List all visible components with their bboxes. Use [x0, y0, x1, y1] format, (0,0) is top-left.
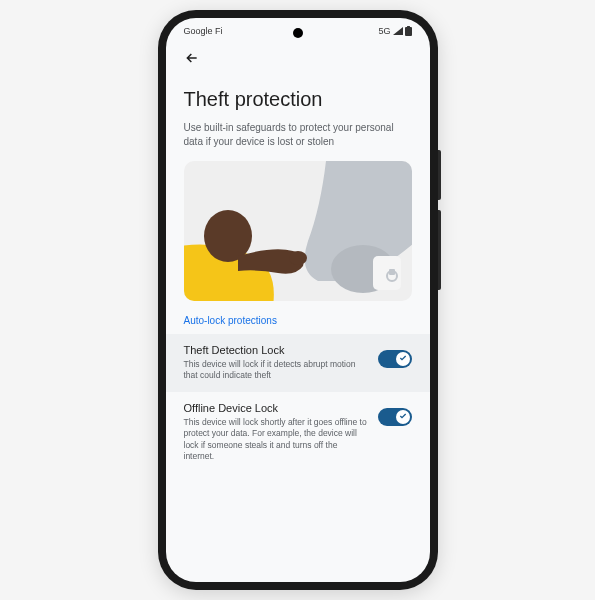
setting-offline-device-lock[interactable]: Offline Device Lock This device will loc…: [184, 392, 412, 473]
setting-theft-detection-lock[interactable]: Theft Detection Lock This device will lo…: [166, 334, 430, 392]
phone-screen: Google Fi 5G Theft protection Use built-…: [166, 18, 430, 582]
signal-icon: [393, 27, 403, 35]
setting-title: Theft Detection Lock: [184, 344, 368, 356]
section-label: Auto-lock protections: [184, 315, 412, 326]
setting-description: This device will lock if it detects abru…: [184, 359, 368, 382]
svg-rect-0: [405, 27, 412, 36]
battery-icon: [405, 26, 412, 36]
page-subtitle: Use built-in safeguards to protect your …: [184, 121, 412, 149]
page-title: Theft protection: [184, 88, 412, 111]
back-button[interactable]: [178, 44, 206, 72]
content-area: Theft protection Use built-in safeguards…: [166, 80, 430, 473]
phone-frame: Google Fi 5G Theft protection Use built-…: [158, 10, 438, 590]
network-label: 5G: [378, 26, 390, 36]
check-icon: [399, 412, 407, 420]
toggle-theft-detection[interactable]: [378, 350, 412, 368]
setting-description: This device will lock shortly after it g…: [184, 417, 368, 463]
setting-title: Offline Device Lock: [184, 402, 368, 414]
toggle-offline-lock[interactable]: [378, 408, 412, 426]
svg-rect-5: [389, 269, 395, 275]
nav-bar: [166, 40, 430, 80]
carrier-label: Google Fi: [184, 26, 223, 36]
theft-illustration: [184, 161, 412, 301]
svg-rect-1: [407, 26, 410, 28]
front-camera: [293, 28, 303, 38]
check-icon: [399, 354, 407, 362]
svg-point-7: [289, 251, 307, 265]
arrow-left-icon: [184, 50, 200, 66]
